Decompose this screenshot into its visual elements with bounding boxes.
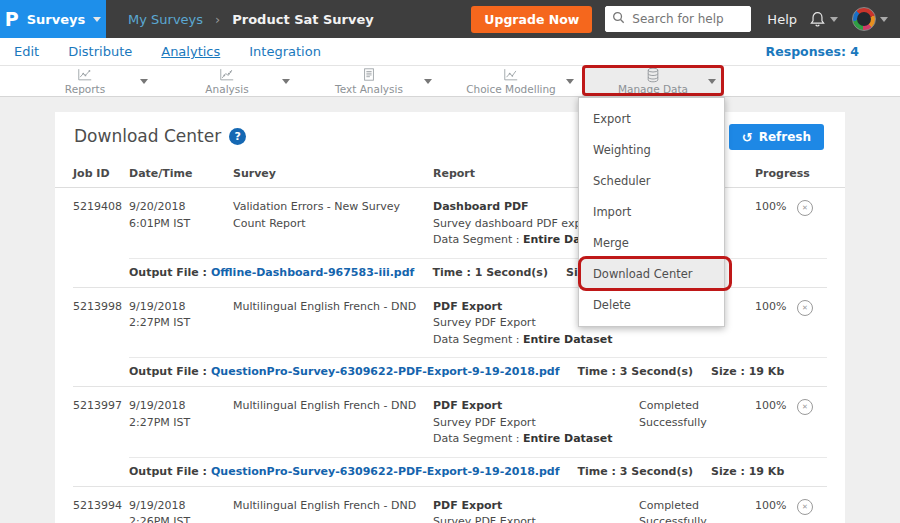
- bell-icon: [809, 11, 826, 28]
- upgrade-now-button[interactable]: Upgrade Now: [471, 6, 592, 33]
- report-description: Survey PDF Export: [433, 514, 629, 523]
- refresh-icon: ↺: [742, 131, 753, 144]
- nav-item-distribute[interactable]: Distribute: [68, 44, 132, 59]
- survey-cell: Multilingual English French - DND: [233, 398, 433, 415]
- report-cell: PDF Export Survey PDF Export Data Segmen…: [433, 398, 639, 448]
- cancel-job-icon[interactable]: ✕: [797, 499, 813, 515]
- cancel-job-icon[interactable]: ✕: [797, 399, 813, 415]
- search-input[interactable]: [605, 6, 751, 32]
- toolbar-item-label: Text Analysis: [335, 83, 403, 95]
- action-cell: ✕: [797, 398, 821, 415]
- toolbar-item-choice-modelling[interactable]: Choice Modelling: [440, 66, 582, 96]
- nav-item-integration[interactable]: Integration: [249, 44, 321, 59]
- manage-data-menu: Export Weighting Scheduler Import Merge …: [578, 97, 725, 327]
- menu-item-scheduler[interactable]: Scheduler: [579, 165, 724, 196]
- cancel-job-icon[interactable]: ✕: [797, 200, 813, 216]
- help-link[interactable]: Help: [767, 12, 797, 27]
- breadcrumb: My Surveys › Product Sat Survey: [128, 12, 374, 27]
- cancel-job-icon[interactable]: ✕: [797, 300, 813, 316]
- column-header-survey: Survey: [233, 167, 433, 180]
- breadcrumb-current-survey: Product Sat Survey: [232, 12, 374, 27]
- job-id-cell: 5213998: [73, 299, 129, 316]
- nav-item-analytics[interactable]: Analytics: [161, 44, 220, 59]
- date-time-cell: 9/19/2018 2:27PM IST: [129, 398, 233, 431]
- column-header-job-id: Job ID: [73, 167, 129, 180]
- status-cell: Completed Successfully: [639, 498, 751, 523]
- progress-cell: 100%: [751, 299, 797, 316]
- chevron-down-icon: [93, 17, 101, 22]
- menu-item-label: Download Center: [593, 267, 693, 281]
- survey-cell: Validation Errors - New Survey Count Rep…: [233, 199, 433, 232]
- menu-item-label: Weighting: [593, 143, 651, 157]
- menu-item-label: Scheduler: [593, 174, 651, 188]
- toolbar-item-text-analysis[interactable]: Text Analysis: [298, 66, 440, 96]
- action-cell: ✕: [797, 498, 821, 515]
- menu-item-merge[interactable]: Merge: [579, 227, 724, 258]
- download-job-group: 5213994 9/19/2018 2:26PM IST Multilingua…: [73, 487, 827, 523]
- toolbar-item-analysis[interactable]: Analysis: [156, 66, 298, 96]
- job-time: Time : 3 Second(s): [578, 365, 694, 378]
- toolbar-item-label: Manage Data: [618, 83, 688, 95]
- menu-item-label: Import: [593, 205, 631, 219]
- chevron-down-icon: [424, 79, 432, 84]
- menu-item-label: Merge: [593, 236, 629, 250]
- toolbar-item-label: Analysis: [205, 83, 248, 95]
- data-segment: Data Segment : Entire Dataset: [433, 332, 629, 349]
- app-menu-label: Surveys: [27, 12, 86, 27]
- menu-item-weighting[interactable]: Weighting: [579, 134, 724, 165]
- notifications-button[interactable]: [809, 11, 838, 28]
- analytics-toolbar: Reports Analysis Text Analysis Choice Mo…: [0, 66, 900, 97]
- breadcrumb-separator-icon: ›: [215, 12, 220, 27]
- report-title: PDF Export: [433, 398, 629, 415]
- breadcrumb-my-surveys[interactable]: My Surveys: [128, 12, 203, 27]
- table-row: 5213997 9/19/2018 2:27PM IST Multilingua…: [73, 387, 827, 457]
- survey-cell: Multilingual English French - DND: [233, 299, 433, 316]
- nav-item-edit[interactable]: Edit: [14, 44, 39, 59]
- menu-item-import[interactable]: Import: [579, 196, 724, 227]
- chevron-down-icon: [830, 17, 838, 22]
- database-icon: [646, 67, 660, 82]
- job-id-cell: 5213994: [73, 498, 129, 515]
- text-document-icon: [362, 67, 376, 82]
- progress-cell: 100%: [751, 498, 797, 515]
- responses-count: Responses: 4: [766, 44, 859, 59]
- data-segment: Data Segment : Entire Dataset: [433, 431, 629, 448]
- progress-cell: 100%: [751, 199, 797, 216]
- job-id-cell: 5213997: [73, 398, 129, 415]
- output-file-label: Output File :: [129, 266, 207, 279]
- menu-item-label: Delete: [593, 298, 631, 312]
- table-row: 5213994 9/19/2018 2:26PM IST Multilingua…: [73, 487, 827, 523]
- avatar: [852, 7, 876, 31]
- table-body: 5219408 9/20/2018 6:01PM IST Validation …: [55, 188, 845, 523]
- download-center-panel: Download Center ? ↺ Refresh Job IDDate/T…: [55, 112, 845, 523]
- action-cell: ✕: [797, 299, 821, 316]
- panel-header: Download Center ? ↺ Refresh: [55, 112, 845, 160]
- help-circle-icon[interactable]: ?: [229, 128, 246, 145]
- output-file-link[interactable]: Offline-Dashboard-967583-iii.pdf: [211, 266, 414, 279]
- page-title: Download Center: [74, 126, 221, 146]
- survey-cell: Multilingual English French - DND: [233, 498, 433, 515]
- action-cell: ✕: [797, 199, 821, 216]
- menu-item-export[interactable]: Export: [579, 103, 724, 134]
- refresh-button[interactable]: ↺ Refresh: [729, 124, 824, 150]
- chevron-down-icon: [880, 17, 888, 22]
- questionpro-logo: P: [5, 10, 19, 29]
- account-menu[interactable]: [852, 7, 888, 31]
- output-file-label: Output File :: [129, 365, 207, 378]
- menu-item-label: Export: [593, 112, 631, 126]
- chevron-down-icon: [708, 79, 716, 84]
- output-file-link[interactable]: QuestionPro-Survey-6309622-PDF-Export-9-…: [211, 365, 560, 378]
- app-menu-surveys[interactable]: P Surveys: [0, 0, 106, 38]
- menu-item-download-center[interactable]: Download Center: [579, 258, 724, 289]
- chevron-down-icon: [566, 79, 574, 84]
- column-header-progress: Progress: [751, 167, 797, 180]
- search-icon: [612, 11, 625, 24]
- status-cell: Completed Successfully: [639, 398, 751, 431]
- toolbar-item-reports[interactable]: Reports: [14, 66, 156, 96]
- menu-item-delete[interactable]: Delete: [579, 289, 724, 320]
- output-file-row: Output File : QuestionPro-Survey-6309622…: [129, 357, 827, 386]
- toolbar-item-manage-data[interactable]: Manage Data: [582, 66, 724, 96]
- report-cell: PDF Export Survey PDF Export Data Segmen…: [433, 498, 639, 523]
- choice-chart-icon: [503, 67, 519, 82]
- output-file-link[interactable]: QuestionPro-Survey-6309622-PDF-Export-9-…: [211, 465, 560, 478]
